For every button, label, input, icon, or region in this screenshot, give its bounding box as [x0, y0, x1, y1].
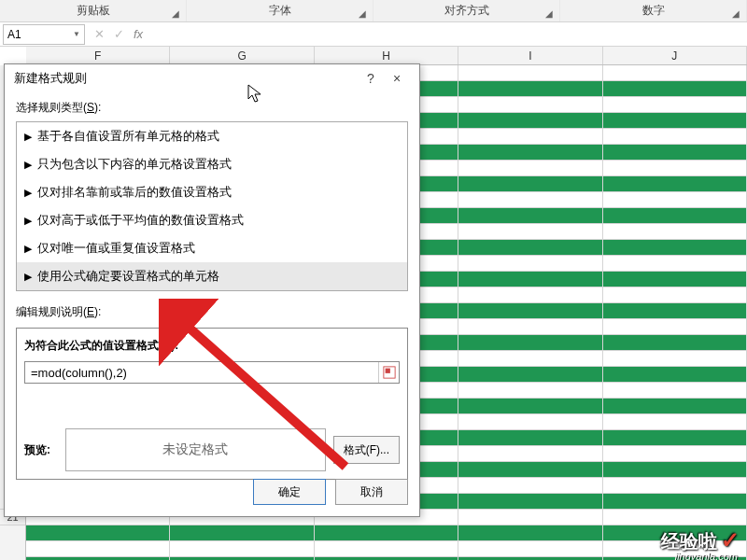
cell[interactable]: [603, 240, 747, 256]
cell[interactable]: [603, 65, 747, 81]
cell[interactable]: [458, 129, 602, 145]
cell[interactable]: [458, 335, 602, 351]
formula-input[interactable]: [25, 366, 378, 380]
cell[interactable]: [315, 525, 458, 541]
rule-type-item-selected[interactable]: ▶使用公式确定要设置格式的单元格: [17, 262, 407, 290]
col-header[interactable]: J: [603, 47, 747, 64]
cell[interactable]: [458, 287, 602, 303]
cell[interactable]: [458, 462, 602, 478]
cell[interactable]: [458, 351, 602, 367]
formula-input-row: [24, 361, 400, 384]
cell[interactable]: [458, 399, 602, 414]
help-icon[interactable]: ?: [358, 71, 384, 86]
cell[interactable]: [603, 161, 747, 176]
grid-row[interactable]: [26, 525, 747, 541]
cell[interactable]: [603, 287, 747, 303]
cell[interactable]: [458, 446, 602, 462]
cell[interactable]: [315, 541, 458, 557]
cell[interactable]: [603, 192, 747, 208]
grid-row[interactable]: [26, 541, 747, 557]
cell[interactable]: [603, 462, 747, 478]
cell[interactable]: [603, 113, 747, 129]
rule-type-item[interactable]: ▶基于各自值设置所有单元格的格式: [17, 122, 407, 150]
col-header[interactable]: G: [170, 47, 314, 64]
col-header[interactable]: H: [315, 47, 458, 64]
cell[interactable]: [603, 446, 747, 462]
cell[interactable]: [458, 113, 602, 129]
cell[interactable]: [603, 430, 747, 446]
cell[interactable]: [603, 303, 747, 319]
cell[interactable]: [458, 494, 602, 510]
cell[interactable]: [170, 541, 314, 557]
cell[interactable]: [26, 541, 170, 557]
cancel-icon[interactable]: ✕: [94, 27, 105, 41]
cell[interactable]: [458, 525, 602, 541]
cell[interactable]: [603, 367, 747, 383]
rule-type-item[interactable]: ▶仅对高于或低于平均值的数值设置格式: [17, 206, 407, 234]
cell[interactable]: [603, 176, 747, 192]
cell[interactable]: [603, 351, 747, 367]
dialog-launcher-icon[interactable]: ◢: [729, 4, 742, 17]
cell[interactable]: [603, 319, 747, 335]
cell[interactable]: [603, 335, 747, 351]
cell[interactable]: [603, 383, 747, 399]
cell[interactable]: [603, 510, 747, 525]
cell[interactable]: [603, 97, 747, 113]
cell[interactable]: [458, 256, 602, 272]
range-selector-icon[interactable]: [378, 362, 399, 383]
cell[interactable]: [458, 367, 602, 383]
svg-rect-1: [385, 369, 389, 373]
cell[interactable]: [603, 145, 747, 161]
cell[interactable]: [458, 414, 602, 430]
cell[interactable]: [458, 430, 602, 446]
cell[interactable]: [170, 525, 314, 541]
cell[interactable]: [458, 240, 602, 256]
enter-icon[interactable]: ✓: [114, 27, 124, 41]
dialog-launcher-icon[interactable]: ◢: [356, 4, 369, 17]
col-header[interactable]: F: [26, 47, 170, 64]
ok-button[interactable]: 确定: [253, 479, 326, 505]
cell[interactable]: [603, 399, 747, 414]
fx-icon[interactable]: fx: [134, 27, 143, 41]
cell[interactable]: [458, 224, 602, 240]
cell[interactable]: [458, 319, 602, 335]
cell[interactable]: [458, 81, 602, 97]
format-button[interactable]: 格式(F)...: [333, 436, 400, 464]
cell[interactable]: [458, 145, 602, 161]
cell[interactable]: [458, 510, 602, 525]
cell[interactable]: [458, 161, 602, 176]
ribbon-group-alignment: 对齐方式◢: [374, 0, 560, 21]
dialog-titlebar[interactable]: 新建格式规则 ? ×: [5, 64, 419, 92]
cell[interactable]: [603, 81, 747, 97]
col-header[interactable]: I: [458, 47, 602, 64]
cell[interactable]: [603, 256, 747, 272]
cell[interactable]: [458, 541, 602, 557]
cancel-button[interactable]: 取消: [335, 479, 408, 505]
name-box[interactable]: A1 ▼: [3, 24, 85, 45]
rule-type-item[interactable]: ▶仅对唯一值或重复值设置格式: [17, 234, 407, 262]
rule-type-item[interactable]: ▶只为包含以下内容的单元格设置格式: [17, 150, 407, 178]
cell[interactable]: [603, 208, 747, 224]
cell[interactable]: [603, 478, 747, 494]
close-icon[interactable]: ×: [384, 71, 410, 86]
cell[interactable]: [458, 192, 602, 208]
cell[interactable]: [603, 129, 747, 145]
cell[interactable]: [458, 97, 602, 113]
cell[interactable]: [26, 525, 170, 541]
cell[interactable]: [458, 272, 602, 287]
dialog-launcher-icon[interactable]: ◢: [169, 4, 182, 17]
cell[interactable]: [603, 414, 747, 430]
dialog-launcher-icon[interactable]: ◢: [543, 4, 556, 17]
cell[interactable]: [458, 303, 602, 319]
cell[interactable]: [458, 176, 602, 192]
cell[interactable]: [603, 272, 747, 287]
rule-type-list[interactable]: ▶基于各自值设置所有单元格的格式 ▶只为包含以下内容的单元格设置格式 ▶仅对排名…: [16, 121, 408, 291]
cell[interactable]: [603, 494, 747, 510]
cell[interactable]: [458, 65, 602, 81]
cell[interactable]: [458, 478, 602, 494]
cell[interactable]: [603, 224, 747, 240]
chevron-down-icon[interactable]: ▼: [73, 30, 80, 38]
cell[interactable]: [458, 208, 602, 224]
rule-type-item[interactable]: ▶仅对排名靠前或靠后的数值设置格式: [17, 178, 407, 206]
cell[interactable]: [458, 383, 602, 399]
